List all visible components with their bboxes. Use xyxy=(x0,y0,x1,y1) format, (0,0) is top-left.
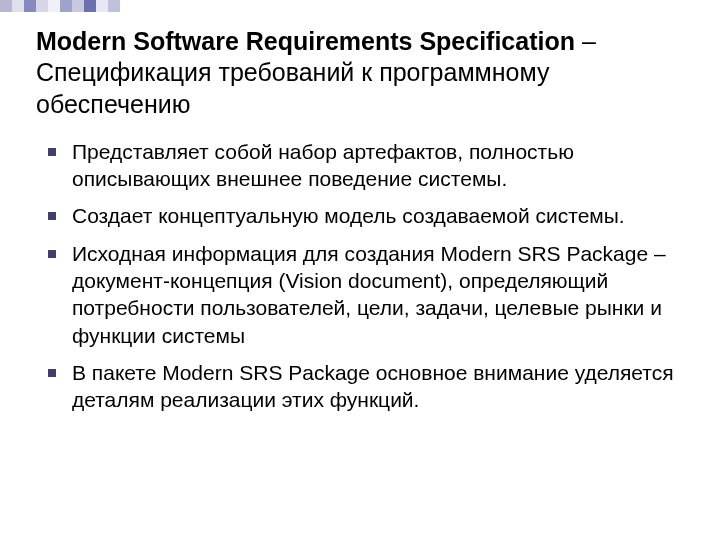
corner-decoration xyxy=(0,0,120,12)
slide-title: Modern Software Requirements Specificati… xyxy=(36,26,684,120)
list-item: В пакете Modern SRS Package основное вни… xyxy=(46,359,684,414)
deco-cell xyxy=(96,0,108,12)
deco-cell xyxy=(36,0,48,12)
slide-content: Modern Software Requirements Specificati… xyxy=(36,26,684,423)
deco-cell xyxy=(24,0,36,12)
deco-cell xyxy=(108,0,120,12)
deco-cell xyxy=(48,0,60,12)
deco-cell xyxy=(60,0,72,12)
deco-cell xyxy=(0,0,12,12)
title-bold: Modern Software Requirements Specificati… xyxy=(36,27,575,55)
list-item: Представляет собой набор артефактов, пол… xyxy=(46,138,684,193)
deco-cell xyxy=(72,0,84,12)
list-item: Исходная информация для создания Modern … xyxy=(46,240,684,349)
deco-cell xyxy=(12,0,24,12)
bullet-list: Представляет собой набор артефактов, пол… xyxy=(46,138,684,414)
list-item: Создает концептуальную модель создаваемо… xyxy=(46,202,684,229)
deco-cell xyxy=(84,0,96,12)
